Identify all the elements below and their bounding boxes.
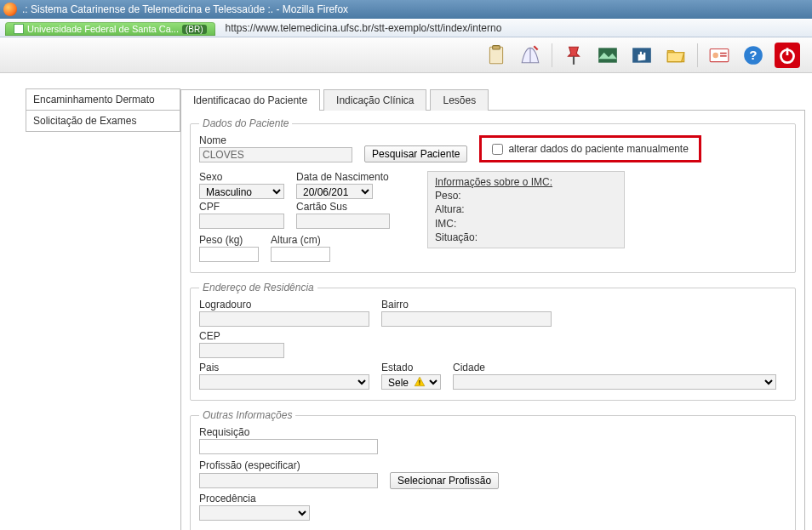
id-card-icon[interactable] <box>706 43 732 68</box>
select-data-nascimento[interactable]: 20/06/201 <box>296 184 373 199</box>
input-requisicao[interactable] <box>199 439 378 454</box>
label-nome: Nome <box>199 134 352 146</box>
image-green-icon[interactable] <box>595 43 620 68</box>
imc-infobox: Informações sobre o IMC: Peso: Altura: I… <box>427 171 625 248</box>
svg-text:?: ? <box>749 48 757 62</box>
main-panel: Identificacao do Paciente Indicação Clín… <box>180 88 805 530</box>
pin-icon[interactable] <box>561 43 586 68</box>
label-cpf: CPF <box>199 201 284 213</box>
svg-text:!: ! <box>419 379 420 385</box>
input-cartao-sus[interactable] <box>296 214 390 229</box>
notebook-icon[interactable] <box>518 43 543 68</box>
label-requisicao: Requisição <box>199 426 786 438</box>
tab-identificacao[interactable]: Identificacao do Paciente <box>180 89 320 111</box>
input-cpf[interactable] <box>199 214 284 229</box>
select-pais[interactable] <box>199 374 369 390</box>
label-cidade: Cidade <box>453 362 786 373</box>
label-profissao: Profissão (especificar) <box>199 459 786 471</box>
input-profissao[interactable] <box>199 473 378 488</box>
fieldset-endereco: Endereço de Residência Logradouro Bairro… <box>190 282 796 401</box>
hand-icon[interactable] <box>629 43 655 68</box>
label-peso: Peso (kg) <box>199 234 259 246</box>
browser-titlebar: .: Sistema Catarinense de Telemedicina e… <box>0 0 812 19</box>
nav-item-solicitacao[interactable]: Solicitação de Exames <box>26 111 180 132</box>
imc-peso: Peso: <box>435 189 617 202</box>
tab-lesoes[interactable]: Lesões <box>430 89 489 111</box>
label-altura: Altura (cm) <box>271 234 330 246</box>
svg-point-7 <box>712 52 718 58</box>
select-estado[interactable]: Sele <box>381 374 441 390</box>
toolbar-separator <box>697 43 698 67</box>
legend-dados: Dados do Paciente <box>199 117 292 129</box>
folder-icon[interactable] <box>663 43 689 68</box>
nav-item-encaminhamento[interactable]: Encaminhamento Dermato <box>26 88 180 111</box>
label-bairro: Bairro <box>381 299 552 311</box>
input-peso[interactable] <box>199 247 259 262</box>
btn-pesquisar-paciente[interactable]: Pesquisar Paciente <box>364 145 467 162</box>
warning-icon: ! <box>414 376 426 388</box>
fieldset-dados: Dados do Paciente Nome Pesquisar Pacient… <box>190 117 796 273</box>
input-cep[interactable] <box>199 343 284 358</box>
browser-tab[interactable]: Universidade Federal de Santa Ca... (BR) <box>5 22 215 36</box>
label-cartao-sus: Cartão Sus <box>296 201 390 213</box>
browser-tab-label: Universidade Federal de Santa Ca... <box>27 24 179 34</box>
tab-indicacao[interactable]: Indicação Clínica <box>323 89 426 111</box>
fieldset-outras: Outras Informações Requisição Profissão … <box>190 409 796 530</box>
imc-header: Informações sobre o IMC: <box>435 175 617 189</box>
label-alterar-dados: alterar dados do paciente manualmente <box>508 143 688 155</box>
page-icon <box>14 24 24 34</box>
label-pais: Pais <box>199 362 369 373</box>
left-nav: Encaminhamento Dermato Solicitação de Ex… <box>26 88 180 530</box>
input-logradouro[interactable] <box>199 311 369 327</box>
btn-selecionar-profissao[interactable]: Selecionar Profissão <box>390 472 499 489</box>
svg-rect-1 <box>493 45 500 48</box>
input-altura[interactable] <box>271 247 330 262</box>
svg-rect-8 <box>720 52 727 54</box>
svg-rect-9 <box>720 55 727 57</box>
form-tabstrip: Identificacao do Paciente Indicação Clín… <box>180 88 805 111</box>
label-sexo: Sexo <box>199 171 284 183</box>
workspace: Encaminhamento Dermato Solicitação de Ex… <box>0 73 812 530</box>
form-panel: Dados do Paciente Nome Pesquisar Pacient… <box>180 111 805 530</box>
label-data-nascimento: Data de Nascimento <box>296 171 389 183</box>
window-title: .: Sistema Catarinense de Telemedicina e… <box>22 3 348 15</box>
help-icon[interactable]: ? <box>741 43 766 68</box>
legend-endereco: Endereço de Residência <box>199 282 317 293</box>
locale-badge: (BR) <box>182 25 207 34</box>
label-procedencia: Procedência <box>199 493 786 504</box>
imc-imc: IMC: <box>435 217 617 231</box>
input-nome[interactable] <box>199 147 352 162</box>
checkbox-alterar-dados[interactable] <box>492 144 503 155</box>
label-cep: CEP <box>199 330 284 342</box>
legend-outras: Outras Informações <box>199 409 295 421</box>
clipboard-icon[interactable] <box>483 43 509 68</box>
imc-situacao: Situação: <box>435 231 617 244</box>
label-estado: Estado <box>381 362 441 373</box>
select-sexo[interactable]: Masculino <box>199 184 284 199</box>
select-procedencia[interactable] <box>199 505 310 521</box>
input-bairro[interactable] <box>381 311 552 327</box>
power-icon[interactable] <box>775 43 800 68</box>
imc-altura: Altura: <box>435 202 617 216</box>
url-text[interactable]: https://www.telemedicina.ufsc.br/stt-exe… <box>220 20 813 37</box>
app-toolbar: ? <box>0 37 812 73</box>
select-cidade[interactable] <box>453 374 776 390</box>
toolbar-separator <box>552 43 552 67</box>
browser-url-row: Universidade Federal de Santa Ca... (BR)… <box>0 19 812 37</box>
firefox-icon <box>3 3 17 16</box>
highlight-alterar-dados: alterar dados do paciente manualmente <box>479 135 700 162</box>
label-logradouro: Logradouro <box>199 299 369 311</box>
svg-rect-4 <box>598 48 617 62</box>
